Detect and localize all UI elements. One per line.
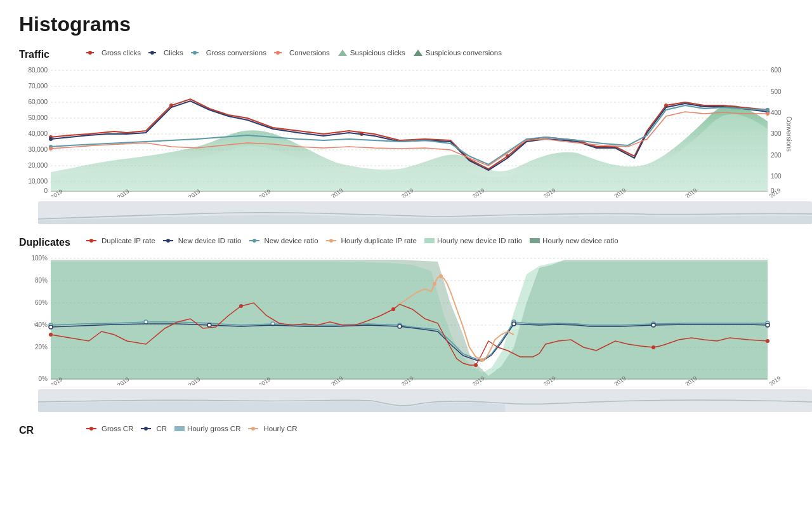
traffic-label: Traffic xyxy=(19,49,49,60)
svg-point-3 xyxy=(150,51,154,55)
svg-point-95 xyxy=(652,323,655,327)
svg-text:60%: 60% xyxy=(35,299,48,306)
svg-text:70,000: 70,000 xyxy=(28,83,48,90)
legend-item-dup-ip-rate: Duplicate IP rate xyxy=(86,237,155,244)
page-title: Histograms xyxy=(19,13,793,36)
svg-point-7 xyxy=(276,51,280,55)
svg-text:10,000: 10,000 xyxy=(28,178,48,185)
svg-point-85 xyxy=(144,320,148,324)
svg-point-104 xyxy=(439,274,443,278)
legend-item-cr: CR xyxy=(141,425,167,432)
svg-text:Jun 1, 2019: Jun 1, 2019 xyxy=(36,188,63,197)
svg-point-105 xyxy=(480,358,484,362)
svg-point-65 xyxy=(252,239,256,243)
svg-marker-9 xyxy=(414,50,422,56)
svg-point-102 xyxy=(766,339,769,343)
duplicates-minimap[interactable] xyxy=(38,389,812,412)
svg-point-124 xyxy=(251,427,255,431)
legend-item-hourly-new-device-id-ratio: Hourly new device ID ratio xyxy=(424,237,522,244)
svg-text:100%: 100% xyxy=(31,255,48,262)
cr-legend: Gross CR CR Hourly gross CR Hourly CR xyxy=(86,425,298,432)
traffic-chart: 80,000 70,000 60,000 50,000 40,000 30,00… xyxy=(19,64,793,197)
svg-text:0%: 0% xyxy=(39,375,48,382)
legend-item-gross-clicks: Gross clicks xyxy=(86,49,141,57)
svg-text:40,000: 40,000 xyxy=(28,130,48,137)
svg-point-96 xyxy=(766,323,769,327)
svg-point-63 xyxy=(166,239,170,243)
legend-item-conversions: Conversions xyxy=(274,49,330,57)
traffic-minimap[interactable] xyxy=(38,201,812,224)
svg-point-119 xyxy=(89,427,93,431)
svg-text:80,000: 80,000 xyxy=(28,67,48,74)
svg-point-92 xyxy=(207,323,211,327)
legend-item-suspicious-clicks: Suspicious clicks xyxy=(337,49,405,57)
svg-point-93 xyxy=(398,324,402,328)
svg-point-99 xyxy=(391,307,395,311)
svg-point-121 xyxy=(144,427,148,431)
legend-item-gross-conversions: Gross conversions xyxy=(191,49,266,57)
svg-point-91 xyxy=(49,325,53,329)
duplicates-label: Duplicates xyxy=(19,237,70,248)
svg-point-42 xyxy=(49,137,53,141)
svg-point-67 xyxy=(329,239,333,243)
svg-text:400: 400 xyxy=(771,109,782,116)
svg-point-98 xyxy=(239,304,243,308)
svg-text:200: 200 xyxy=(771,152,782,159)
svg-text:50,000: 50,000 xyxy=(28,114,48,121)
svg-text:500: 500 xyxy=(771,88,782,95)
svg-text:60,000: 60,000 xyxy=(28,98,48,105)
duplicates-chart-container: 100% 80% 60% 40% 20% 0% % xyxy=(19,252,793,385)
duplicates-section: Duplicates Duplicate IP rate New device … xyxy=(19,237,793,412)
legend-item-hourly-new-device-ratio: Hourly new device ratio xyxy=(530,237,619,244)
svg-point-46 xyxy=(49,147,53,150)
svg-text:30,000: 30,000 xyxy=(28,146,48,153)
svg-point-103 xyxy=(433,282,436,286)
svg-point-94 xyxy=(512,322,516,326)
svg-text:%: % xyxy=(34,322,39,328)
legend-item-hourly-dup-ip-rate: Hourly duplicate IP rate xyxy=(326,237,417,244)
svg-point-101 xyxy=(652,345,655,349)
cr-label: CR xyxy=(19,425,34,436)
svg-text:100: 100 xyxy=(771,173,782,180)
svg-point-61 xyxy=(89,239,93,243)
svg-point-97 xyxy=(49,333,53,337)
svg-rect-68 xyxy=(424,238,435,243)
svg-point-100 xyxy=(474,363,478,367)
legend-item-suspicious-conversions: Suspicious conversions xyxy=(413,49,502,57)
legend-item-clicks: Clicks xyxy=(148,49,183,57)
svg-point-47 xyxy=(766,112,769,116)
svg-rect-69 xyxy=(530,238,540,243)
svg-text:600: 600 xyxy=(771,67,782,74)
svg-text:80%: 80% xyxy=(35,277,48,284)
traffic-section: Traffic Gross clicks Clicks Gross conver… xyxy=(19,49,793,224)
legend-item-gross-cr: Gross CR xyxy=(86,425,133,432)
legend-item-new-device-id-ratio: New device ID ratio xyxy=(163,237,242,244)
svg-point-5 xyxy=(193,51,197,55)
cr-section: CR Gross CR CR Hourly gross CR xyxy=(19,425,793,438)
legend-item-hourly-gross-cr: Hourly gross CR xyxy=(174,425,240,432)
duplicates-legend: Duplicate IP rate New device ID ratio Ne… xyxy=(86,237,619,244)
svg-point-45 xyxy=(766,108,769,112)
legend-item-hourly-cr: Hourly CR xyxy=(248,425,297,432)
svg-text:0: 0 xyxy=(44,187,48,194)
svg-point-1 xyxy=(88,51,92,55)
svg-rect-122 xyxy=(174,426,185,431)
svg-marker-8 xyxy=(338,50,347,56)
svg-text:20,000: 20,000 xyxy=(28,162,48,169)
svg-text:20%: 20% xyxy=(35,344,48,351)
traffic-legend: Gross clicks Clicks Gross conversions Co… xyxy=(86,49,502,57)
svg-text:Conversions: Conversions xyxy=(785,116,792,152)
duplicates-chart: 100% 80% 60% 40% 20% 0% % xyxy=(19,252,793,385)
legend-item-new-device-ratio: New device ratio xyxy=(249,237,318,244)
svg-text:300: 300 xyxy=(771,130,782,137)
traffic-chart-container: 80,000 70,000 60,000 50,000 40,000 30,00… xyxy=(19,64,793,197)
